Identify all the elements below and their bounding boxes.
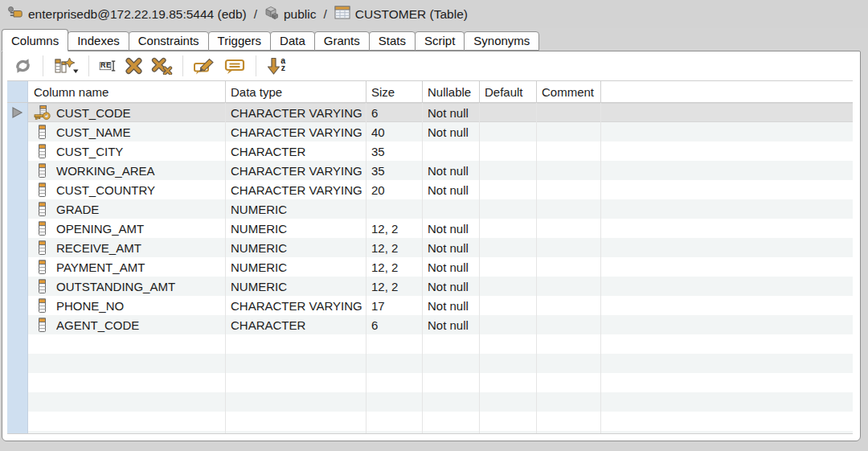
add-column-button[interactable] — [49, 55, 83, 77]
header-size[interactable]: Size — [366, 81, 422, 102]
nullable-cell: Not null — [422, 161, 479, 180]
default-cell — [479, 238, 536, 257]
empty-cell — [28, 392, 225, 412]
empty-cell — [366, 354, 422, 373]
column-name-cell: PAYMENT_AMT — [28, 257, 225, 277]
table-row[interactable]: CUST_NAME CHARACTER VARYING 40 Not null — [7, 122, 853, 141]
table-row[interactable]: PAYMENT_AMT NUMERIC 12, 2 Not null — [7, 257, 853, 277]
column-icon — [31, 163, 52, 178]
table-row[interactable]: CUST_COUNTRY CHARACTER VARYING 20 Not nu… — [7, 180, 853, 199]
column-name: CUST_CITY — [56, 145, 123, 158]
empty-cell — [536, 334, 600, 354]
row-marker-cell — [7, 257, 28, 277]
size-cell: 35 — [366, 161, 422, 180]
comment-cell — [536, 122, 600, 141]
row-marker-cell — [7, 392, 28, 412]
data-type-cell: NUMERIC — [225, 199, 366, 219]
tab-columns[interactable]: Columns — [2, 29, 68, 51]
header-data-type[interactable]: Data type — [225, 81, 366, 102]
edit-comment-button[interactable] — [189, 55, 220, 77]
column-name: AGENT_CODE — [56, 318, 139, 332]
column-name-cell: AGENT_CODE — [28, 315, 225, 334]
delete-multiple-icon — [151, 57, 173, 75]
empty-cell — [28, 354, 225, 373]
empty-cell — [366, 412, 422, 431]
empty-cell — [225, 412, 366, 431]
tab-stats[interactable]: Stats — [369, 31, 416, 51]
tab-indexes[interactable]: Indexes — [68, 31, 129, 51]
column-icon — [31, 125, 52, 140]
empty-cell — [479, 354, 536, 373]
empty-cell — [536, 392, 600, 412]
table-row[interactable]: CUST_CITY CHARACTER 35 — [7, 141, 853, 161]
column-name: CUST_NAME — [56, 125, 131, 139]
table-icon — [334, 6, 350, 23]
table-row[interactable]: AGENT_CODE CHARACTER 6 Not null — [7, 315, 853, 334]
default-cell — [479, 122, 536, 141]
tab-triggers[interactable]: Triggers — [208, 31, 271, 51]
empty-cell — [479, 334, 536, 354]
table-row[interactable]: OPENING_AMT NUMERIC 12, 2 Not null — [7, 219, 853, 238]
comment-cell — [536, 199, 600, 219]
column-name-cell: PHONE_NO — [28, 296, 225, 315]
empty-cell — [600, 373, 853, 392]
size-cell: 6 — [366, 103, 422, 122]
toolbar-separator — [88, 55, 89, 76]
toolbar-separator — [182, 55, 183, 76]
table-row[interactable]: RECEIVE_AMT NUMERIC 12, 2 Not null — [7, 238, 853, 257]
table-row[interactable]: WORKING_AREA CHARACTER VARYING 35 Not nu… — [7, 161, 853, 180]
nullable-cell: Not null — [422, 238, 479, 257]
filler-cell — [600, 122, 853, 141]
empty-cell — [422, 392, 479, 412]
empty-cell — [28, 373, 225, 392]
empty-cell — [479, 373, 536, 392]
table-row[interactable]: CUST_CODE CHARACTER VARYING 6 Not null — [7, 103, 853, 122]
connection-segment: enterprisedb@172.22.19.85:5444 (edb) — [7, 6, 247, 23]
comment-button[interactable] — [220, 55, 250, 77]
empty-cell — [225, 334, 366, 354]
empty-cell — [479, 392, 536, 412]
data-type-cell: CHARACTER VARYING — [225, 103, 366, 122]
tab-data[interactable]: Data — [270, 31, 315, 51]
table-row[interactable]: GRADE NUMERIC — [7, 199, 853, 219]
data-type-cell: CHARACTER VARYING — [225, 180, 366, 199]
tab-grants[interactable]: Grants — [314, 31, 370, 51]
column-name-cell: GRADE — [28, 199, 225, 219]
breadcrumb-separator: / — [324, 7, 327, 22]
row-marker-cell — [7, 219, 28, 238]
comment-icon — [224, 57, 246, 75]
delete-column-button[interactable] — [121, 55, 147, 77]
row-marker-cell — [7, 412, 28, 431]
header-column-name[interactable]: Column name — [28, 81, 225, 102]
tab-constraints[interactable]: Constraints — [129, 31, 209, 51]
delete-columns-button[interactable] — [147, 55, 177, 77]
data-type-cell: CHARACTER VARYING — [225, 296, 366, 315]
rename-column-button[interactable]: RE — [95, 55, 121, 77]
table-row[interactable]: OUTSTANDING_AMT NUMERIC 12, 2 Not null — [7, 277, 853, 296]
toolbar-separator — [43, 55, 43, 76]
empty-cell — [536, 373, 600, 392]
sort-button[interactable]: a z — [262, 55, 286, 77]
row-marker-cell — [7, 122, 28, 141]
row-marker-cell — [7, 315, 28, 334]
nullable-cell: Not null — [422, 315, 479, 334]
tab-script[interactable]: Script — [415, 31, 465, 51]
filler-cell — [600, 199, 853, 219]
header-comment[interactable]: Comment — [536, 81, 600, 102]
row-marker-cell — [7, 277, 28, 296]
column-name-cell: OUTSTANDING_AMT — [28, 277, 225, 296]
empty-cell — [366, 373, 422, 392]
column-name: PAYMENT_AMT — [56, 260, 145, 274]
header-default[interactable]: Default — [479, 81, 536, 102]
table-row[interactable]: PHONE_NO CHARACTER VARYING 17 Not null — [7, 296, 853, 315]
refresh-button[interactable] — [9, 55, 37, 77]
tab-synonyms[interactable]: Synonyms — [464, 31, 539, 51]
data-type-cell: CHARACTER — [225, 141, 366, 161]
column-name: OPENING_AMT — [56, 222, 144, 236]
column-icon — [31, 298, 52, 314]
comment-cell — [536, 257, 600, 277]
refresh-icon — [13, 57, 33, 75]
column-name-cell: OPENING_AMT — [28, 219, 225, 238]
empty-cell — [225, 392, 366, 412]
header-nullable[interactable]: Nullable — [422, 81, 479, 102]
